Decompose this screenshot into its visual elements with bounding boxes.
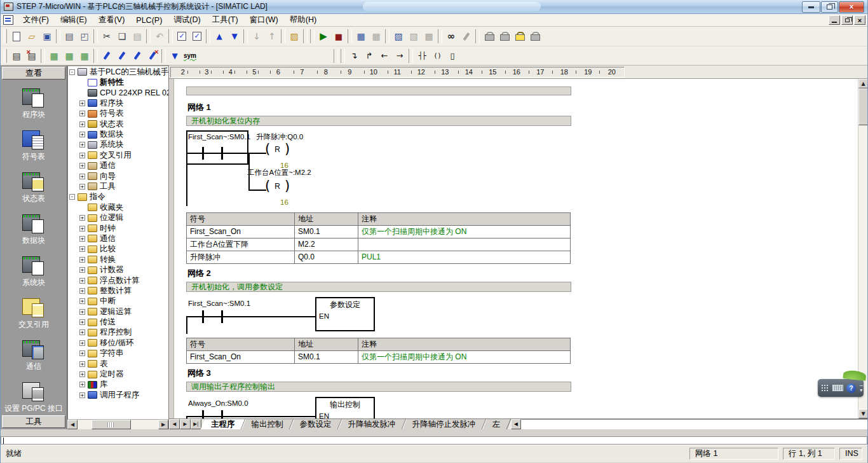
toolbar-button[interactable]: ↴ <box>346 48 362 63</box>
tree-expander[interactable]: + <box>79 257 85 263</box>
viewbar-item[interactable]: 状态表 <box>1 172 67 204</box>
tree-item[interactable]: + 符号表 <box>67 109 168 119</box>
toolbar-button[interactable] <box>168 29 173 43</box>
pou-tab[interactable]: 输出控制 <box>243 419 292 429</box>
toolbar-button[interactable]: ▲ <box>212 29 227 44</box>
toolbar-button[interactable]: ▩ <box>421 29 437 44</box>
viewbar-item[interactable]: 数据块 <box>1 214 67 246</box>
help-icon[interactable]: ? <box>846 384 856 393</box>
toolbar-grip[interactable] <box>4 49 7 63</box>
tree-expander[interactable]: - <box>69 194 75 200</box>
toolbar-button[interactable] <box>334 49 338 63</box>
tree-expander[interactable]: + <box>79 100 85 106</box>
menu-item[interactable]: PLC(P) <box>130 15 168 26</box>
toolbar-button[interactable]: ↱ <box>362 48 377 63</box>
view-bar-header-button[interactable]: 查看 <box>2 67 65 79</box>
scrollbar-thumb[interactable] <box>858 88 868 125</box>
network-comment[interactable]: 调用输出子程序控制输出 <box>186 382 571 392</box>
tree-expander[interactable]: + <box>79 246 85 252</box>
tree-expander[interactable]: + <box>79 226 85 232</box>
toolbar-button[interactable]: ▤ <box>9 48 24 63</box>
scrollbar-thumb[interactable] <box>92 420 131 429</box>
tree-expander[interactable]: + <box>79 392 85 398</box>
toolbar-button[interactable]: ▱ <box>24 29 39 44</box>
tree-item[interactable]: + 传送 <box>67 317 168 327</box>
tree-item[interactable]: + 通信 <box>67 233 168 244</box>
tree-item[interactable]: + 整数计算 <box>67 286 168 296</box>
tree-item[interactable]: 新特性 <box>67 77 168 87</box>
reset-coil[interactable]: (R) <box>265 179 290 193</box>
tree-item[interactable]: + 位逻辑 <box>67 212 168 223</box>
toolbar-button[interactable] <box>496 29 512 44</box>
toolbar-button[interactable]: ▧ <box>406 29 421 44</box>
toolbar-button[interactable]: sym <box>182 48 198 63</box>
ladder-canvas[interactable]: 网络 1 开机初始化复位内存 First_Scan~:SM0.1 升降脉冲:Q0… <box>186 79 571 418</box>
toolbar-button[interactable]: ( ) <box>430 48 445 63</box>
toolbar-button[interactable] <box>198 48 332 63</box>
tree-item[interactable]: + 时钟 <box>67 223 168 233</box>
toolbar-button[interactable]: ▼ <box>167 48 182 63</box>
minimize-button[interactable] <box>802 1 820 13</box>
tree-expander[interactable]: + <box>79 278 85 284</box>
toolbar-button[interactable] <box>93 49 98 63</box>
tree-expander[interactable]: + <box>79 153 85 158</box>
editor-vertical-scrollbar[interactable]: ▲ ▼ <box>858 79 867 418</box>
toolbar-button[interactable] <box>161 49 166 63</box>
toolbar-button[interactable]: ■ <box>331 29 346 44</box>
tree-item[interactable]: + 工具 <box>67 181 168 191</box>
ime-grid-icon[interactable] <box>821 384 829 392</box>
toolbar-button[interactable]: ▦ <box>62 48 77 63</box>
ime-expand-icon[interactable]: ▾ <box>859 388 864 392</box>
pou-tab[interactable]: 左 <box>484 419 509 429</box>
tree-expander[interactable]: + <box>79 267 85 273</box>
toolbar-button[interactable] <box>459 29 474 44</box>
tree-item[interactable]: + 计数器 <box>67 265 168 275</box>
tree-expander[interactable]: + <box>79 184 85 190</box>
contact-symbol[interactable] <box>202 310 204 323</box>
tab-scroll-left-button[interactable]: ◀ <box>511 419 521 429</box>
coil-operand-label[interactable]: 升降脉冲:Q0.0 <box>256 132 303 142</box>
toolbar-button[interactable] <box>145 48 160 63</box>
tree-item[interactable]: + 向导 <box>67 171 168 181</box>
scroll-right-icon[interactable]: ▶ <box>158 420 168 429</box>
tree-expander[interactable]: + <box>79 371 85 377</box>
subroutine-call-box[interactable]: 参数设定 EN <box>315 297 375 331</box>
viewbar-item[interactable]: 交叉引用 <box>1 298 67 330</box>
contact-operand-label[interactable]: Always_On:SM0.0 <box>188 399 248 407</box>
toolbar-button[interactable] <box>348 29 352 43</box>
tree-expander[interactable]: - <box>69 69 75 75</box>
tree-item[interactable]: + 移位/循环 <box>67 338 168 348</box>
tree-item[interactable]: + 库 <box>67 380 168 390</box>
menu-item[interactable]: 工具(T) <box>207 13 244 27</box>
menu-item[interactable]: 查看(V) <box>93 13 131 27</box>
symbol-table-row[interactable]: First_Scan_On SM0.1 仅第一个扫描周期中接通为 ON <box>187 226 571 238</box>
toolbar-button[interactable] <box>512 29 527 44</box>
tree-item[interactable]: + 逻辑运算 <box>67 307 168 317</box>
toolbar-button[interactable] <box>206 29 210 43</box>
network-comment[interactable]: 开机初始化复位内存 <box>186 116 571 126</box>
toolbar-button[interactable]: ▧ <box>391 29 406 44</box>
menu-item[interactable]: 帮助(H) <box>284 13 322 27</box>
tree-item[interactable]: + 状态表 <box>67 119 168 129</box>
viewbar-item[interactable]: 系统块 <box>1 256 67 288</box>
toolbar-button[interactable] <box>56 29 60 43</box>
toolbar-button[interactable]: ↶ <box>152 29 167 44</box>
toolbar-button[interactable] <box>130 48 145 63</box>
tree-expander[interactable]: + <box>79 174 85 179</box>
tree-item[interactable]: 收藏夹 <box>67 202 168 212</box>
symbol-table-row[interactable]: 升降脉冲 Q0.0 PUL1 <box>187 251 571 264</box>
toolbar-button[interactable] <box>146 29 151 43</box>
viewbar-item[interactable]: 符号表 <box>1 130 67 162</box>
toolbar-button[interactable] <box>341 49 345 63</box>
toolbar-button[interactable] <box>310 29 315 43</box>
toolbar-button[interactable]: ← <box>377 48 392 63</box>
menu-item[interactable]: 文件(F) <box>17 13 55 27</box>
mdi-minimize-button[interactable] <box>829 15 840 25</box>
toolbar-button[interactable]: ▦ <box>46 48 62 63</box>
scroll-down-icon[interactable]: ▼ <box>858 409 868 418</box>
toolbar-button[interactable] <box>481 29 496 44</box>
toolbar-button[interactable]: ▤ <box>24 48 39 63</box>
tree-item[interactable]: + 系统块 <box>67 140 168 150</box>
tree-expander[interactable]: + <box>79 361 85 367</box>
tree-horizontal-scrollbar[interactable]: ◀ ▶ <box>67 419 168 429</box>
